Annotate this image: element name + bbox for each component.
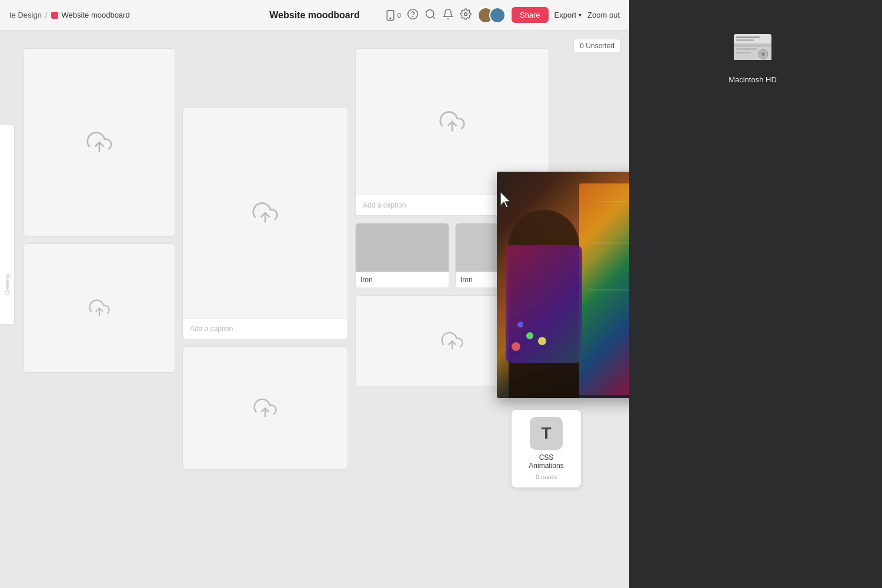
svg-point-11 (390, 18, 391, 19)
hdd-icon (729, 24, 776, 71)
unsorted-label: 0 Unsorted (580, 42, 614, 50)
card-1-1-upload (24, 49, 175, 236)
card-1-2-upload (24, 244, 175, 372)
share-button[interactable]: Share (512, 7, 549, 23)
card-1-1[interactable] (24, 48, 175, 236)
breadcrumb-current: Website moodboard (62, 11, 130, 19)
doc-title: Website moodboard (269, 10, 360, 21)
svg-rect-3 (734, 44, 771, 47)
unsorted-badge: 0 Unsorted (573, 39, 621, 53)
title-bar-right: 0 (385, 7, 620, 24)
css-card-title: CSS Animations (521, 453, 572, 470)
upload-icon-6 (441, 330, 463, 352)
breadcrumb-dot-icon (51, 12, 58, 19)
search-icon-btn[interactable] (425, 8, 436, 22)
css-card-icon: T (530, 417, 563, 450)
canvas-area: 0 Unsorted Drawing (0, 31, 629, 588)
avatar-2 (489, 7, 506, 24)
css-card-subtitle: 0 cards (536, 473, 557, 480)
card-1-2[interactable] (24, 243, 175, 373)
breadcrumb-parent: te Design (9, 11, 42, 19)
title-bar-center: Website moodboard (269, 10, 360, 21)
comment-count: 0 (397, 12, 401, 19)
macintosh-hd-label: Macintosh HD (729, 75, 777, 84)
desktop-area: Macintosh HD (623, 0, 882, 588)
avatar-group (477, 7, 506, 24)
settings-icon-btn[interactable] (460, 8, 472, 22)
zoom-out-button[interactable]: Zoom out (587, 11, 620, 19)
svg-point-14 (426, 9, 433, 17)
macintosh-hd-icon[interactable]: Macintosh HD (729, 24, 777, 84)
svg-rect-8 (736, 48, 757, 50)
column-2: Add a caption (182, 107, 348, 470)
color-swatch-1 (356, 223, 449, 272)
card-2-1-upload (183, 108, 348, 318)
upload-icon (86, 129, 112, 155)
color-card-1[interactable]: Iron (355, 223, 449, 288)
upload-icon-2 (89, 298, 110, 319)
svg-point-13 (412, 16, 413, 16)
device-icon-btn[interactable]: 0 (385, 9, 401, 21)
breadcrumb: te Design / Website moodboard (9, 11, 130, 19)
svg-rect-4 (736, 36, 760, 38)
notification-icon-btn[interactable] (442, 8, 454, 22)
upload-icon-3 (252, 200, 278, 226)
card-2-1-caption: Add a caption (183, 318, 348, 339)
card-2-2-upload (183, 347, 348, 469)
breadcrumb-separator: / (45, 11, 48, 19)
card-2-2[interactable] (182, 346, 348, 470)
photo-content (497, 172, 629, 398)
left-partial-card: Drawing (0, 125, 15, 325)
column-1 (24, 48, 175, 373)
upload-icon-5 (439, 109, 465, 135)
card-2-1[interactable]: Add a caption (182, 107, 348, 339)
title-bar: te Design / Website moodboard Website mo… (0, 0, 629, 31)
export-label: Export (554, 11, 577, 19)
export-button[interactable]: Export ▾ (554, 11, 582, 19)
svg-rect-9 (736, 52, 751, 54)
app-window: te Design / Website moodboard Website mo… (0, 0, 629, 588)
css-animations-card[interactable]: T CSS Animations 0 cards (512, 410, 581, 487)
photo-overlay[interactable] (497, 172, 629, 398)
color-label-1: Iron (356, 272, 449, 288)
svg-point-15 (464, 12, 467, 15)
upload-icon-4 (253, 396, 277, 420)
help-icon-btn[interactable] (407, 8, 419, 22)
drawing-label: Drawing (4, 274, 11, 296)
svg-rect-5 (736, 39, 754, 41)
svg-point-7 (761, 52, 765, 56)
export-chevron-icon: ▾ (579, 12, 582, 18)
svg-point-12 (407, 9, 417, 19)
